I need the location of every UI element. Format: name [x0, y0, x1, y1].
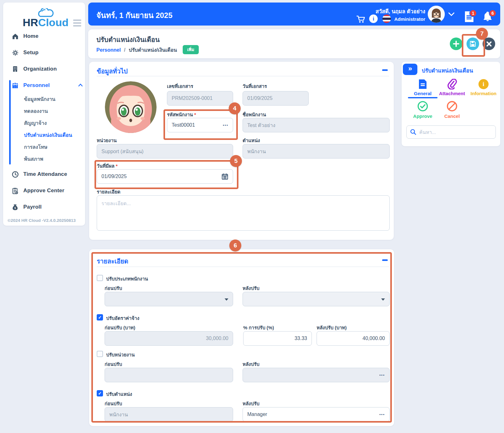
building-icon	[11, 65, 19, 73]
tab-general-label: General	[409, 91, 437, 96]
logo-cloud-text: Cloud	[38, 16, 68, 28]
position-lookup-button[interactable]: •••	[379, 413, 385, 416]
document-icon	[418, 79, 427, 89]
emp-code-field[interactable]: •••	[167, 118, 233, 132]
svg-text:$: $	[14, 206, 16, 209]
tab-cancel[interactable]: Cancel	[437, 101, 467, 120]
salary-checkbox[interactable]: ✓	[97, 314, 103, 320]
description-label: รายละเอียด	[97, 188, 120, 196]
sidebar-item-payroll[interactable]: $ Payroll	[3, 202, 85, 212]
salary-before-field: 30,000.00	[105, 331, 233, 346]
submenu-item-adjust-position-salary[interactable]: ปรับตำแหน่ง/เงินเดือน	[24, 131, 72, 139]
home-icon	[11, 32, 19, 40]
documents-button[interactable]: 1	[464, 9, 478, 23]
top-header-bar: จันทร์, 1 กันยายน 2025 i สวัสดี, นฤมล ตั…	[88, 3, 500, 26]
collapse-details-icon[interactable]	[382, 259, 388, 261]
description-textarea[interactable]	[97, 195, 390, 231]
panel-search-input[interactable]	[419, 126, 495, 139]
department-adjust-checkbox[interactable]	[97, 351, 103, 357]
close-icon	[486, 41, 492, 47]
app-root: HRCloud Home	[0, 0, 504, 433]
page-title: ปรับตำแหน่ง/เงินเดือน	[96, 34, 160, 45]
submenu-item-punishment[interactable]: การลงโทษ	[24, 143, 48, 151]
notifications-button[interactable]: 6	[483, 9, 497, 23]
tab-approve-label: Approve	[409, 113, 437, 119]
sidebar-item-setup[interactable]: Setup	[3, 48, 85, 57]
emp-name-label: ชื่อพนักงาน	[243, 111, 266, 118]
salary-after-input[interactable]	[321, 336, 385, 341]
tab-cancel-label: Cancel	[437, 113, 467, 119]
emp-type-after-select[interactable]	[243, 292, 390, 306]
effective-date-field[interactable]	[97, 169, 233, 184]
paperclip-icon	[447, 79, 457, 89]
save-icon	[470, 41, 476, 47]
department-before-field	[105, 368, 233, 382]
salary-percent-field[interactable]	[243, 331, 312, 346]
save-button[interactable]	[467, 38, 479, 50]
sidebar-item-label: Home	[23, 33, 38, 39]
tab-information[interactable]: i Information	[468, 78, 499, 98]
submenu-item-termination[interactable]: พ้นสภาพ	[24, 155, 43, 163]
general-section-title: ข้อมูลทั่วไป	[97, 66, 128, 76]
position-field: พนักงาน	[243, 144, 390, 159]
cancel-circle-icon	[447, 101, 457, 112]
submenu-item-employee-info[interactable]: ข้อมูลพนักงาน	[24, 95, 55, 103]
department-field: Support (สนับสนุน)	[97, 144, 233, 159]
department-lookup-button[interactable]: •••	[379, 373, 385, 377]
submenu-item-probation[interactable]: ทดลองงาน	[24, 107, 48, 115]
chevron-down-icon[interactable]	[448, 12, 455, 16]
emp-type-after-label: หลังปรับ	[243, 285, 260, 292]
collapse-general-icon[interactable]	[382, 69, 388, 71]
salary-percent-input[interactable]	[248, 336, 307, 341]
page-title-card: ปรับตำแหน่ง/เงินเดือน Personnel / ปรับตำ…	[88, 29, 500, 58]
position-adjust-checkbox[interactable]: ✓	[97, 390, 103, 396]
sidebar-item-home[interactable]: Home	[3, 32, 85, 41]
header-greeting: สวัสดี, นฤมล ตัวอย่าง	[337, 7, 425, 15]
submenu-item-contract[interactable]: สัญญาจ้าง	[24, 119, 47, 127]
user-avatar[interactable]	[428, 6, 445, 23]
details-divider	[97, 267, 389, 267]
sidebar-item-organization[interactable]: Organization	[3, 64, 85, 74]
breadcrumb-root[interactable]: Personnel	[96, 47, 121, 53]
panel-collapse-button[interactable]: »	[403, 64, 417, 75]
chevron-down-icon	[225, 298, 228, 301]
app-logo: HRCloud	[23, 16, 68, 29]
callout-4: 4	[229, 102, 241, 114]
salary-after-label: หลังปรับ (บาท)	[317, 324, 347, 332]
salary-label: ปรับอัตราค่าจ้าง	[106, 315, 139, 322]
breadcrumb: Personnel / ปรับตำแหน่ง/เงินเดือน เพิ่ม	[96, 46, 199, 55]
position-after-field[interactable]: •••	[243, 407, 390, 422]
emp-type-before-select	[105, 292, 233, 306]
tab-approve[interactable]: Approve	[409, 101, 437, 120]
salary-after-field[interactable]	[317, 331, 390, 346]
position-after-input[interactable]	[247, 412, 379, 417]
emp-code-input[interactable]	[172, 122, 223, 128]
calendar-icon[interactable]	[221, 173, 228, 180]
sidebar-item-label: Personnel	[23, 82, 50, 89]
close-button[interactable]	[483, 38, 495, 50]
chevron-up-icon	[78, 84, 83, 87]
tab-general[interactable]: General	[409, 78, 437, 98]
add-button[interactable]	[450, 38, 462, 50]
active-tab-underline	[408, 97, 438, 98]
double-chevron-right-icon: »	[408, 65, 412, 73]
department-before-label: ก่อนปรับ	[105, 361, 122, 368]
sidebar-toggle-icon[interactable]	[73, 20, 81, 26]
emp-code-lookup-button[interactable]: •••	[223, 123, 228, 127]
tab-information-label: Information	[468, 91, 499, 96]
effective-date-input[interactable]	[101, 174, 221, 179]
sidebar-item-approve-center[interactable]: Approve Center	[3, 186, 85, 195]
sidebar-item-time-attendance[interactable]: Time Attendance	[3, 170, 85, 179]
callout-7: 7	[476, 28, 488, 40]
personnel-group-indicator	[9, 80, 11, 165]
tab-attachment[interactable]: Attachment	[437, 78, 467, 98]
breadcrumb-current: ปรับตำแหน่ง/เงินเดือน	[129, 47, 177, 53]
sidebar: HRCloud Home	[3, 3, 85, 226]
sidebar-item-label: Time Attendance	[23, 171, 67, 177]
sidebar-item-personnel[interactable]: Personnel	[3, 81, 85, 90]
panel-search[interactable]	[406, 125, 496, 139]
employee-photo	[105, 81, 157, 133]
department-after-field[interactable]: •••	[243, 368, 390, 382]
doc-date-label: วันที่เอกสาร	[243, 83, 267, 90]
emp-type-checkbox[interactable]	[97, 275, 103, 281]
